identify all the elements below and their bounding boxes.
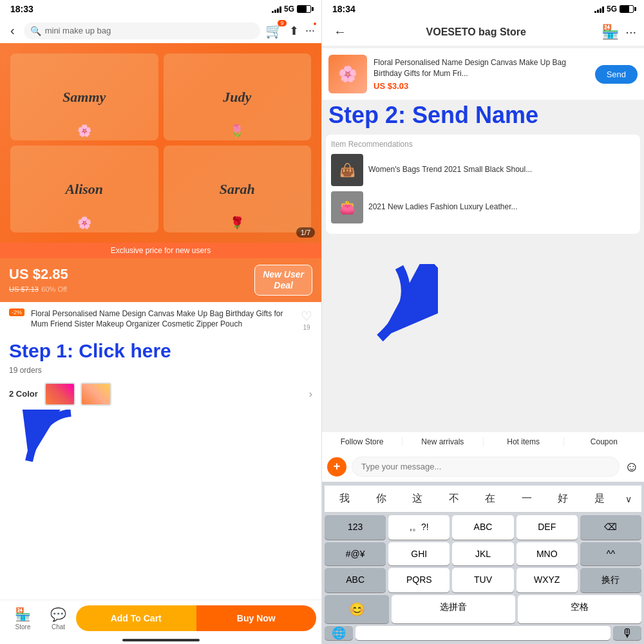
key-tuv[interactable]: TUV <box>452 568 513 592</box>
coupon-tab[interactable]: Coupon <box>564 437 644 446</box>
quick-char-zai[interactable]: 在 <box>473 489 508 508</box>
key-pqrs[interactable]: PQRS <box>388 568 450 592</box>
add-to-cart-button[interactable]: Add To Cart <box>76 605 196 631</box>
globe-key[interactable]: 🌐 <box>325 626 353 640</box>
discount-badge: 60% Off <box>41 285 67 293</box>
product-image-bg: Sammy 🌸 Judy 🌷 Alison 🌸 Sarah 🌹 <box>0 43 321 243</box>
flower-deco-4: 🌹 <box>230 216 244 230</box>
rec-thumb-1: 👜 <box>331 154 363 186</box>
color-swatch-1[interactable] <box>44 383 75 406</box>
store-icon: 🏪 <box>15 607 31 622</box>
delete-key[interactable]: ⌫ <box>580 515 641 540</box>
more-button[interactable]: ··· <box>305 24 315 37</box>
quick-char-shi[interactable]: 是 <box>582 489 618 508</box>
quick-char-bu[interactable]: 不 <box>437 489 472 508</box>
left-status-right: 5G <box>272 5 311 14</box>
item-recommendations: Item Recommendations 👜 Women's Bags Tren… <box>326 135 640 234</box>
price-section: US $2.85 US $7.13 60% Off New UserDeal <box>0 258 321 302</box>
key-def[interactable]: DEF <box>516 515 578 540</box>
cart-button[interactable]: 🛒 9 <box>265 23 283 39</box>
rec-title-2: 2021 New Ladies Fashion Luxury Leather..… <box>368 202 517 213</box>
keyboard-row-1: 123 ,。?! ABC DEF ⌫ <box>325 515 641 540</box>
left-status-bar: 18:33 5G <box>0 0 321 18</box>
keyboard-rows: 123 ,。?! ABC DEF ⌫ #@¥ GHI JKL MNO ^^ AB… <box>325 515 641 623</box>
color-swatches <box>44 383 111 406</box>
action-buttons: Add To Cart Buy Now <box>76 605 316 631</box>
plus-button[interactable]: + <box>327 457 346 477</box>
product-card-price: US $3.03 <box>374 81 589 91</box>
back-button[interactable]: ‹ <box>6 22 19 39</box>
quick-char-hao[interactable]: 好 <box>545 489 581 508</box>
exclusive-bar: Exclusive price for new users <box>0 243 321 258</box>
right-top-nav: ← VOESETO bag Store 🏪 ··· <box>322 18 644 46</box>
message-input-row: + ☺ <box>322 451 644 482</box>
colors-label: 2 Color <box>9 389 38 399</box>
keyboard-space-bottom[interactable] <box>355 626 611 640</box>
quick-char-wo[interactable]: 我 <box>327 489 363 508</box>
bag-name-4: Sarah <box>220 181 255 198</box>
key-punct[interactable]: ,。?! <box>388 515 450 540</box>
message-input[interactable] <box>352 457 620 477</box>
image-counter: 1/7 <box>296 227 315 238</box>
emoji-button[interactable]: ☺ <box>625 459 639 475</box>
key-ghi[interactable]: GHI <box>388 542 450 565</box>
right-back-button[interactable]: ← <box>330 23 350 41</box>
key-caret[interactable]: ^^ <box>580 542 641 565</box>
key-space[interactable]: 空格 <box>518 595 641 623</box>
store-nav-item[interactable]: 🏪 Store <box>5 601 41 636</box>
step2-arrow <box>335 264 438 348</box>
bag-name-1: Sammy <box>62 89 106 106</box>
more-button-right[interactable]: ··· <box>625 24 636 39</box>
expand-button[interactable]: ∨ <box>618 489 639 508</box>
product-info: -2% Floral Personalised Name Design Canv… <box>0 302 321 337</box>
key-abc[interactable]: ABC <box>452 515 513 540</box>
rec-item-2[interactable]: 👛 2021 New Ladies Fashion Luxury Leather… <box>331 191 635 223</box>
key-jkl[interactable]: JKL <box>452 542 513 565</box>
rec-item-1[interactable]: 👜 Women's Bags Trend 2021 Small Black Sh… <box>331 154 635 186</box>
buy-now-button[interactable]: Buy Now <box>196 605 317 631</box>
store-label: Store <box>15 623 31 630</box>
quick-char-yi[interactable]: 一 <box>509 489 545 508</box>
key-mno[interactable]: MNO <box>516 542 578 565</box>
search-bar[interactable]: 🔍 mini make up bag <box>24 23 260 39</box>
color-swatch-2[interactable] <box>80 383 111 406</box>
top-nav: ‹ 🔍 mini make up bag 🛒 9 ⬆ ··· <box>0 18 321 43</box>
key-wxyz[interactable]: WXYZ <box>516 568 578 592</box>
bag-item-4: Sarah 🌹 <box>164 146 312 232</box>
follow-store-tab[interactable]: Follow Store <box>322 437 402 446</box>
send-button[interactable]: Send <box>595 65 638 84</box>
wishlist-button[interactable]: ♡ 19 <box>301 308 312 331</box>
product-card-info: Floral Personalised Name Design Canvas M… <box>374 57 589 91</box>
right-panel: 18:34 5G ← VOESETO bag Store 🏪 ··· 🌸 Flo… <box>322 0 644 644</box>
rec-header: Item Recommendations <box>331 140 635 149</box>
original-price: US $7.13 <box>9 285 39 293</box>
store-icon-right[interactable]: 🏪 <box>601 24 619 41</box>
price-left: US $2.85 US $7.13 60% Off <box>9 266 68 294</box>
product-thumb: 🌸 <box>328 55 367 93</box>
network-type: 5G <box>284 5 294 14</box>
new-arrivals-tab[interactable]: New arrivals <box>402 437 483 446</box>
colors-section[interactable]: 2 Color › <box>0 379 321 410</box>
key-emoji-smiley[interactable]: 😊 <box>325 595 389 623</box>
chat-nav-item[interactable]: 💬 Chat <box>41 601 76 636</box>
bottom-bar: 🏪 Store 💬 Chat Add To Cart Buy Now <box>0 600 321 644</box>
signal-bars <box>272 5 281 13</box>
key-symbols[interactable]: #@¥ <box>325 542 386 565</box>
quick-char-ni[interactable]: 你 <box>364 489 399 508</box>
hot-items-tab[interactable]: Hot items <box>484 437 564 446</box>
key-huanxing[interactable]: 换行 <box>580 568 641 592</box>
right-time: 18:34 <box>332 4 355 14</box>
share-button[interactable]: ⬆ <box>289 24 299 38</box>
key-abc-dark[interactable]: ABC <box>325 568 386 592</box>
flower-deco-1: 🌸 <box>77 124 91 138</box>
key-xuanpinyin[interactable]: 选拼音 <box>392 595 515 623</box>
key-123[interactable]: 123 <box>325 515 386 540</box>
store-title: VOESETO bag Store <box>357 26 595 38</box>
left-panel: 18:33 5G ‹ 🔍 mini make up bag 🛒 9 ⬆ ··· <box>0 0 322 644</box>
bag-item-1: Sammy 🌸 <box>10 53 158 140</box>
keyboard-row-2: #@¥ GHI JKL MNO ^^ <box>325 542 641 565</box>
rec-thumb-2: 👛 <box>331 191 363 223</box>
quick-char-zhe[interactable]: 这 <box>400 489 435 508</box>
mic-key[interactable]: 🎙 <box>613 626 641 640</box>
step2-label: Step 2: Send Name <box>322 100 644 131</box>
